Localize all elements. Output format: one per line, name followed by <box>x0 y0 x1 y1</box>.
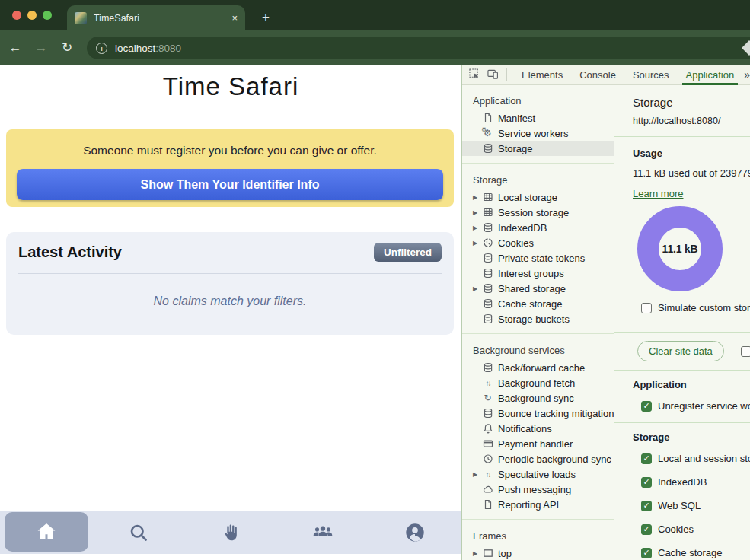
site-info-icon[interactable]: i <box>96 43 107 54</box>
divider <box>18 273 442 274</box>
websql-checkbox[interactable] <box>641 501 652 511</box>
origin-url: http://localhost:8080/ <box>633 116 750 126</box>
tree-item-service-workers[interactable]: Service workers <box>462 126 614 141</box>
tree-section-storage: Storage <box>462 170 614 189</box>
cookies-checkbox[interactable] <box>641 524 652 535</box>
file-icon <box>482 113 493 124</box>
database-icon <box>482 362 493 374</box>
usage-donut-chart: 11.1 kB <box>637 206 723 291</box>
learn-more-link[interactable]: Learn more <box>633 188 683 199</box>
nav-contacts[interactable] <box>277 511 369 554</box>
cache-storage-checkbox[interactable] <box>641 548 652 558</box>
reload-icon[interactable]: ↻ <box>56 40 78 56</box>
tree-item-top-frame[interactable]: top <box>462 546 614 560</box>
tree-item-background-fetch[interactable]: Background fetch <box>462 375 614 390</box>
forward-icon: → <box>30 40 52 56</box>
sync-icon <box>482 393 493 404</box>
tree-item-indexeddb[interactable]: IndexedDB <box>462 220 614 235</box>
tree-item-local-storage[interactable]: Local storage <box>462 189 614 205</box>
tab-console[interactable]: Console <box>571 65 624 85</box>
tree-item-cache-storage[interactable]: Cache storage <box>462 296 614 311</box>
unfiltered-button[interactable]: Unfiltered <box>374 243 442 262</box>
tree-item-payment-handler[interactable]: Payment handler <box>462 436 614 451</box>
tree-section-frames: Frames <box>462 527 614 546</box>
close-window-button[interactable] <box>12 11 21 20</box>
tree-item-shared-storage[interactable]: Shared storage <box>462 281 614 296</box>
tab-application[interactable]: Application <box>678 65 743 85</box>
panel-title: Storage <box>633 96 750 109</box>
updown-arrows-icon <box>482 469 493 480</box>
browser-tab[interactable]: TimeSafari × <box>67 5 245 30</box>
chevron-right-icon[interactable] <box>473 209 482 216</box>
tree-section-background-services: Background services <box>462 341 614 360</box>
device-toolbar-icon[interactable] <box>487 68 499 81</box>
tree-item-notifications[interactable]: Notifications <box>462 421 614 436</box>
inspect-element-icon[interactable] <box>469 68 480 81</box>
database-icon <box>482 222 493 234</box>
url-host: localhost <box>115 43 155 54</box>
back-icon[interactable]: ← <box>5 40 26 56</box>
chevron-right-icon[interactable] <box>473 550 482 557</box>
simulate-quota-label: Simulate custom storage quota <box>658 302 750 313</box>
tree-item-background-sync[interactable]: Background sync <box>462 390 614 406</box>
chevron-right-icon[interactable] <box>473 285 482 292</box>
window-controls <box>12 11 52 20</box>
tree-item-periodic-background-sync[interactable]: Periodic background sync <box>462 451 614 466</box>
clear-site-data-row: Clear site data including third-party co… <box>614 332 750 371</box>
unregister-sw-label: Unregister service workers <box>658 400 750 412</box>
simulate-quota-checkbox[interactable] <box>641 303 652 313</box>
bell-icon <box>482 423 493 434</box>
search-icon <box>128 522 149 543</box>
tree-item-push-messaging[interactable]: Push messaging <box>462 482 614 497</box>
empty-claims-text: No claims match your filters. <box>18 294 442 308</box>
card-icon <box>482 438 493 450</box>
tab-elements[interactable]: Elements <box>513 65 571 85</box>
tree-item-back-forward-cache[interactable]: Back/forward cache <box>462 360 614 375</box>
database-icon <box>482 283 493 294</box>
indexeddb-row: IndexedDB <box>641 476 750 488</box>
registration-alert: Someone must register you before you can… <box>6 129 454 207</box>
minimize-window-button[interactable] <box>27 11 37 20</box>
nav-profile[interactable] <box>369 511 461 554</box>
database-icon <box>482 313 493 325</box>
tree-item-reporting-api[interactable]: Reporting API <box>462 497 614 512</box>
indexeddb-checkbox[interactable] <box>641 477 652 488</box>
tree-item-private-state-tokens[interactable]: Private state tokens <box>462 250 614 266</box>
more-tabs-icon[interactable]: » <box>744 68 750 81</box>
zoom-window-button[interactable] <box>43 11 52 20</box>
chevron-right-icon[interactable] <box>473 194 482 201</box>
address-bar[interactable]: i localhost:8080 <box>87 37 750 59</box>
bottom-navigation <box>0 511 461 554</box>
chevron-right-icon[interactable] <box>473 471 482 478</box>
nav-home[interactable] <box>0 511 92 554</box>
application-tree: Application Manifest Service workers <box>462 85 614 560</box>
tree-item-interest-groups[interactable]: Interest groups <box>462 266 614 281</box>
unregister-sw-checkbox[interactable] <box>641 401 652 412</box>
home-button-active[interactable] <box>5 512 88 552</box>
tree-item-cookies[interactable]: Cookies <box>462 235 614 250</box>
local-session-checkbox[interactable] <box>641 453 652 464</box>
include-cookies-checkbox[interactable] <box>741 346 750 357</box>
clear-site-data-button[interactable]: Clear site data <box>637 341 724 361</box>
tree-item-storage-buckets[interactable]: Storage buckets <box>462 311 614 326</box>
cookie-icon <box>482 237 493 249</box>
tree-item-storage[interactable]: Storage <box>462 141 614 156</box>
tab-close-icon[interactable]: × <box>231 12 238 24</box>
cookies-row: Cookies <box>641 523 750 535</box>
chevron-right-icon[interactable] <box>473 240 482 247</box>
tree-item-manifest[interactable]: Manifest <box>462 110 614 126</box>
tree-item-bounce-tracking[interactable]: Bounce tracking mitigations <box>462 406 614 421</box>
tab-sources[interactable]: Sources <box>624 65 678 85</box>
chevron-right-icon[interactable] <box>473 224 482 231</box>
divider <box>462 163 614 164</box>
tree-item-session-storage[interactable]: Session storage <box>462 205 614 220</box>
show-identifier-info-button[interactable]: Show Them Your Identifier Info <box>17 169 443 200</box>
usage-donut-label: 11.1 kB <box>662 243 698 255</box>
divider <box>462 519 614 520</box>
nav-offers[interactable] <box>184 511 276 554</box>
tree-item-speculative-loads[interactable]: Speculative loads <box>462 466 614 482</box>
new-tab-button[interactable]: + <box>256 8 276 27</box>
cache-storage-row: Cache storage <box>641 547 750 558</box>
nav-search[interactable] <box>92 511 184 554</box>
websql-row: Web SQL <box>641 500 750 511</box>
